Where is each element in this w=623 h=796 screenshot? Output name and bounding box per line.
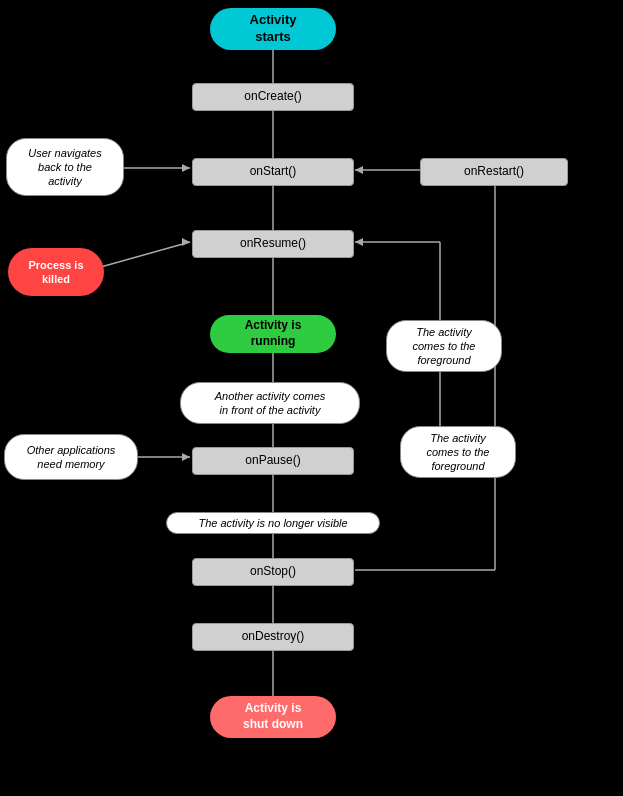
on-stop-node: onStop() [192, 558, 354, 586]
activity-starts-node: Activity starts [210, 8, 336, 50]
on-start-node: onStart() [192, 158, 354, 186]
svg-marker-16 [355, 238, 363, 246]
process-killed-node: Process is killed [8, 248, 104, 296]
svg-marker-24 [182, 453, 190, 461]
svg-marker-11 [355, 166, 363, 174]
on-destroy-node: onDestroy() [192, 623, 354, 651]
on-create-node: onCreate() [192, 83, 354, 111]
lifecycle-diagram: Activity starts onCreate() User navigate… [0, 0, 623, 796]
activity-running-node: Activity is running [210, 315, 336, 353]
foreground-top-node: The activity comes to the foreground [386, 320, 502, 372]
svg-marker-20 [182, 238, 190, 246]
on-restart-node: onRestart() [420, 158, 568, 186]
another-activity-node: Another activity comes in front of the a… [180, 382, 360, 424]
svg-marker-22 [182, 164, 190, 172]
user-navigates-node: User navigates back to the activity [6, 138, 124, 196]
foreground-bottom-node: The activity comes to the foreground [400, 426, 516, 478]
on-resume-node: onResume() [192, 230, 354, 258]
no-longer-visible-node: The activity is no longer visible [166, 512, 380, 534]
other-apps-node: Other applications need memory [4, 434, 138, 480]
activity-shutdown-node: Activity is shut down [210, 696, 336, 738]
svg-line-19 [90, 242, 190, 270]
on-pause-node: onPause() [192, 447, 354, 475]
